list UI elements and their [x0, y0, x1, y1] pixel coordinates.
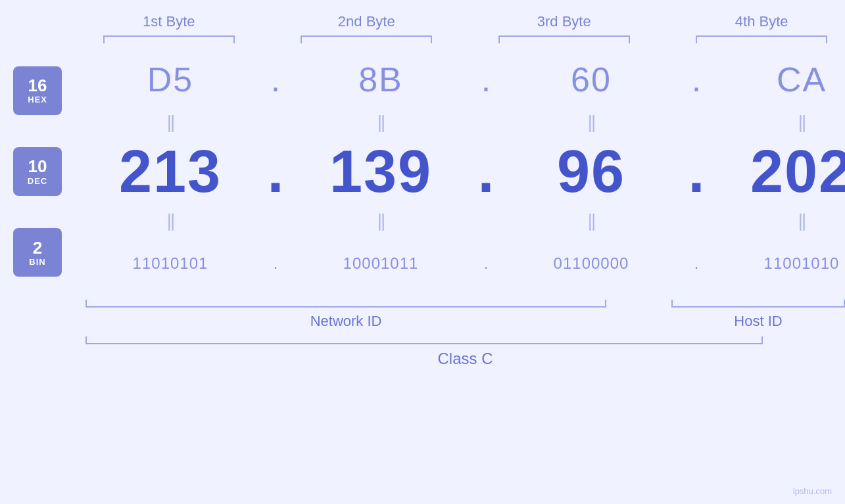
dot-dec-1: . [267, 138, 283, 206]
hex-dot-2: . [470, 60, 502, 99]
bracket-top-1 [103, 35, 235, 43]
hex-byte-2: 8B [292, 60, 470, 99]
eq2-sym-3: || [588, 212, 595, 230]
byte-3-label: 3rd Byte [481, 13, 648, 30]
hex-byte-4: CA [713, 60, 845, 99]
byte-2-label: 2nd Byte [283, 13, 450, 30]
byte-header-1: 1st Byte [85, 13, 253, 43]
bin-badge: 2 BIN [13, 228, 62, 277]
bracket-top-2 [301, 35, 432, 43]
eq2-2: || [292, 212, 470, 230]
eq-sym-1: || [167, 113, 174, 131]
dec-byte-1: 213 [82, 142, 259, 201]
dec-dot-1: . [259, 138, 292, 206]
dot-bin-3: . [694, 254, 699, 273]
hex-val-2: 8B [358, 60, 403, 99]
hex-label: HEX [28, 95, 47, 104]
eq-sym-4: || [798, 113, 806, 131]
bin-label: BIN [29, 257, 45, 267]
watermark: ipshu.com [793, 486, 832, 496]
equals-row-2: || || || || [75, 208, 845, 234]
eq1-3: || [502, 113, 680, 131]
dec-byte-4: 202 [713, 142, 845, 201]
eq2-sym-2: || [377, 212, 385, 230]
dec-val-1: 213 [119, 142, 222, 201]
eq1-4: || [713, 113, 845, 131]
byte-header-3: 3rd Byte [481, 13, 648, 43]
eq-sym-3: || [588, 113, 595, 131]
eq2-3: || [502, 212, 680, 230]
dec-byte-3: 96 [502, 142, 680, 201]
eq2-1: || [82, 212, 259, 230]
network-bracket-bottom [85, 300, 606, 308]
bin-val-3: 01100000 [554, 254, 629, 273]
dec-val-4: 202 [750, 142, 845, 201]
dec-dot-3: . [680, 138, 713, 206]
hex-number: 16 [28, 76, 47, 95]
hex-val-1: D5 [147, 60, 193, 99]
dec-row: 213 . 139 . 96 . 202 [75, 135, 845, 208]
classc-section: Class C [85, 336, 845, 368]
dot-3: . [692, 60, 701, 99]
eq2-sym-1: || [167, 212, 174, 230]
bin-dot-3: . [680, 254, 713, 273]
dec-badge: 10 DEC [13, 147, 62, 196]
left-labels: 16 HEX 10 DEC 2 BIN [0, 50, 75, 293]
hex-row: D5 . 8B . 60 . CA [75, 50, 845, 109]
dec-number: 10 [28, 157, 47, 176]
dec-label: DEC [28, 176, 47, 186]
dec-dot-2: . [470, 138, 502, 206]
bin-dot-1: . [259, 254, 292, 273]
bin-number: 2 [33, 239, 42, 258]
hex-dot-1: . [259, 60, 292, 99]
bin-val-2: 10001011 [343, 254, 419, 273]
byte-header-2: 2nd Byte [283, 13, 450, 43]
classc-bracket [85, 336, 763, 344]
values-grid: D5 . 8B . 60 . CA [75, 50, 845, 293]
bin-byte-2: 10001011 [292, 254, 470, 273]
bin-row: 11010101 . 10001011 . 01100000 . [75, 234, 845, 293]
classc-label: Class C [85, 350, 845, 368]
byte-headers: 1st Byte 2nd Byte 3rd Byte 4th Byte [85, 13, 845, 43]
dot-dec-2: . [477, 138, 494, 206]
eq2-4: || [713, 212, 845, 230]
bin-dot-2: . [470, 254, 502, 273]
bin-val-4: 11001010 [764, 254, 840, 273]
eq1-1: || [82, 113, 259, 131]
dec-byte-2: 139 [292, 142, 470, 201]
bin-byte-4: 11001010 [713, 254, 845, 273]
eq-sym-2: || [377, 113, 385, 131]
dec-val-3: 96 [557, 142, 625, 201]
network-host-row: Network ID Host ID [85, 300, 845, 330]
hex-val-3: 60 [571, 60, 612, 99]
dec-val-2: 139 [329, 142, 432, 201]
dot-bin-1: . [274, 254, 278, 273]
main-container: 1st Byte 2nd Byte 3rd Byte 4th Byte 16 H… [0, 0, 845, 504]
network-bracket-container: Network ID [85, 300, 606, 330]
bracket-top-3 [498, 35, 630, 43]
hex-dot-3: . [680, 60, 713, 99]
content-area: 16 HEX 10 DEC 2 BIN D5 . [0, 50, 845, 293]
byte-4-label: 4th Byte [678, 13, 845, 30]
dot-dec-3: . [688, 138, 704, 206]
host-bracket-bottom [671, 300, 845, 308]
dot-1: . [271, 60, 280, 99]
dot-bin-2: . [484, 254, 489, 273]
hex-byte-3: 60 [502, 60, 680, 99]
hex-val-4: CA [777, 60, 827, 99]
byte-1-label: 1st Byte [85, 13, 253, 30]
dot-2: . [481, 60, 491, 99]
eq1-2: || [292, 113, 470, 131]
equals-row-1: || || || || [75, 109, 845, 135]
eq2-sym-4: || [798, 212, 806, 230]
bin-byte-1: 11010101 [82, 254, 259, 273]
hex-badge: 16 HEX [13, 66, 62, 115]
bracket-top-4 [696, 35, 827, 43]
network-id-label: Network ID [85, 313, 606, 330]
host-bracket-container: Host ID [671, 300, 845, 330]
bottom-section: Network ID Host ID Class C [85, 300, 845, 368]
byte-header-4: 4th Byte [678, 13, 845, 43]
hex-byte-1: D5 [82, 60, 259, 99]
bin-byte-3: 01100000 [502, 254, 680, 273]
bin-val-1: 11010101 [133, 254, 208, 273]
